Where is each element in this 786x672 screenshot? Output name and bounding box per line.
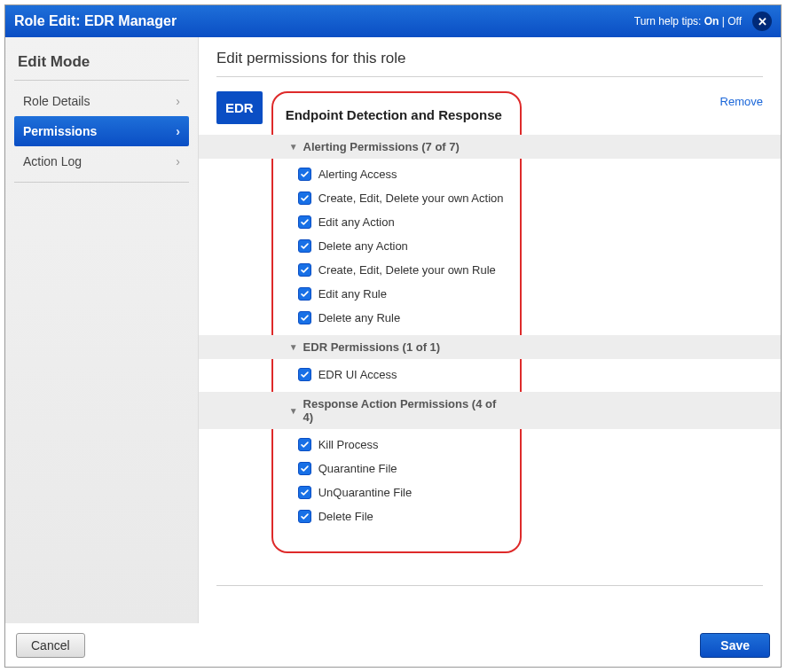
sidebar-item-action-log[interactable]: Action Log › bbox=[14, 146, 189, 176]
permission-label: Quarantine File bbox=[318, 462, 397, 475]
permission-row: Alerting Access bbox=[298, 162, 507, 186]
permission-label: Create, Edit, Delete your own Rule bbox=[318, 263, 496, 277]
chevron-down-icon: ▼ bbox=[289, 406, 298, 416]
edr-badge: EDR bbox=[216, 91, 263, 124]
group-header[interactable]: ▼EDR Permissions (1 of 1) bbox=[286, 335, 507, 359]
chevron-right-icon: › bbox=[176, 124, 180, 138]
highlight-annotation: Endpoint Detection and Response ▼Alertin… bbox=[271, 91, 522, 553]
close-icon[interactable]: ✕ bbox=[752, 12, 772, 31]
checkbox[interactable] bbox=[298, 263, 311, 277]
sidebar-item-role-details[interactable]: Role Details › bbox=[14, 86, 189, 116]
section-title: Endpoint Detection and Response bbox=[286, 107, 507, 122]
permission-label: Kill Process bbox=[318, 438, 379, 451]
permission-row: Edit any Action bbox=[298, 210, 507, 234]
checkbox[interactable] bbox=[298, 168, 311, 181]
permission-label: Delete File bbox=[318, 510, 373, 523]
checkbox[interactable] bbox=[298, 510, 311, 523]
help-off[interactable]: Off bbox=[727, 15, 742, 27]
chevron-down-icon: ▼ bbox=[289, 342, 298, 352]
help-tips: Turn help tips: On | Off bbox=[634, 15, 742, 27]
sidebar-item-label: Action Log bbox=[23, 154, 82, 168]
permission-list: Kill ProcessQuarantine FileUnQuarantine … bbox=[286, 429, 507, 534]
checkbox[interactable] bbox=[298, 287, 311, 301]
permission-row: Quarantine File bbox=[298, 457, 507, 481]
sidebar-item-permissions[interactable]: Permissions › bbox=[14, 116, 189, 146]
permission-row: Delete any Action bbox=[298, 234, 507, 258]
checkbox[interactable] bbox=[298, 438, 311, 451]
footer: Cancel Save bbox=[5, 623, 781, 667]
help-on[interactable]: On bbox=[704, 15, 719, 27]
cancel-button[interactable]: Cancel bbox=[16, 633, 85, 658]
modal-dialog: Role Edit: EDR Manager Turn help tips: O… bbox=[4, 4, 782, 668]
save-button[interactable]: Save bbox=[700, 633, 770, 658]
chevron-down-icon: ▼ bbox=[289, 142, 298, 152]
checkbox[interactable] bbox=[298, 191, 311, 205]
permission-label: UnQuarantine File bbox=[318, 486, 413, 499]
checkbox[interactable] bbox=[298, 368, 311, 381]
group-header-label: Response Action Permissions (4 of 4) bbox=[303, 397, 504, 424]
sidebar-item-label: Permissions bbox=[23, 124, 97, 138]
permission-label: Edit any Rule bbox=[318, 287, 387, 301]
group-header[interactable]: ▼Response Action Permissions (4 of 4) bbox=[286, 392, 507, 429]
permission-label: Delete any Rule bbox=[318, 311, 401, 324]
sidebar: Edit Mode Role Details › Permissions › A… bbox=[5, 37, 199, 623]
permission-label: Create, Edit, Delete your own Action bbox=[318, 191, 504, 205]
permission-list: EDR UI Access bbox=[286, 359, 507, 392]
main-panel: Edit permissions for this role Remove ED… bbox=[199, 37, 781, 623]
permission-label: Alerting Access bbox=[318, 168, 397, 181]
permission-group: ▼Alerting Permissions (7 of 7)Alerting A… bbox=[286, 135, 507, 335]
group-header[interactable]: ▼Alerting Permissions (7 of 7) bbox=[286, 135, 507, 159]
chevron-right-icon: › bbox=[176, 154, 180, 168]
permission-row: Create, Edit, Delete your own Action bbox=[298, 186, 507, 210]
page-title: Edit permissions for this role bbox=[216, 50, 763, 67]
title-bar: Role Edit: EDR Manager Turn help tips: O… bbox=[5, 5, 781, 37]
permission-row: Delete any Rule bbox=[298, 306, 507, 330]
group-header-label: Alerting Permissions (7 of 7) bbox=[303, 140, 460, 153]
permission-label: Edit any Action bbox=[318, 215, 395, 229]
permission-row: Kill Process bbox=[298, 433, 507, 457]
permission-row: Create, Edit, Delete your own Rule bbox=[298, 258, 507, 282]
sidebar-item-label: Role Details bbox=[23, 94, 90, 108]
permission-group: ▼Response Action Permissions (4 of 4)Kil… bbox=[286, 392, 507, 534]
group-header-label: EDR Permissions (1 of 1) bbox=[303, 340, 441, 354]
chevron-right-icon: › bbox=[176, 94, 180, 108]
dialog-title: Role Edit: EDR Manager bbox=[14, 13, 177, 29]
checkbox[interactable] bbox=[298, 486, 311, 499]
permission-row: UnQuarantine File bbox=[298, 481, 507, 504]
sidebar-heading: Edit Mode bbox=[18, 53, 185, 71]
checkbox[interactable] bbox=[298, 311, 311, 324]
permission-list: Alerting AccessCreate, Edit, Delete your… bbox=[286, 159, 507, 335]
permission-group: ▼EDR Permissions (1 of 1)EDR UI Access bbox=[286, 335, 507, 392]
permission-row: Delete File bbox=[298, 504, 507, 528]
checkbox[interactable] bbox=[298, 215, 311, 229]
permission-row: EDR UI Access bbox=[298, 363, 507, 387]
permission-label: Delete any Action bbox=[318, 239, 408, 253]
checkbox[interactable] bbox=[298, 462, 311, 475]
checkbox[interactable] bbox=[298, 239, 311, 253]
permission-row: Edit any Rule bbox=[298, 282, 507, 306]
permission-label: EDR UI Access bbox=[318, 368, 397, 381]
